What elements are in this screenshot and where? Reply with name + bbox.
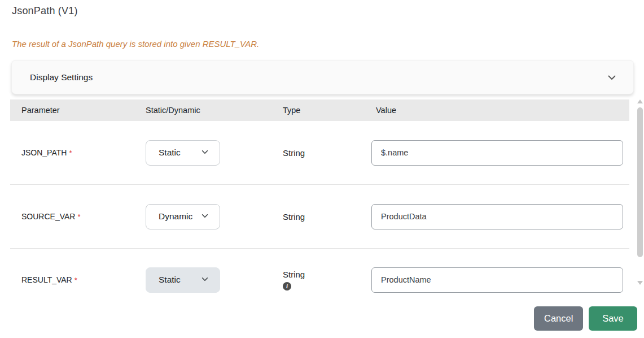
select-value: Static <box>159 275 181 285</box>
required-asterisk: * <box>75 276 77 284</box>
scrollbar-thumb[interactable] <box>637 107 643 257</box>
table-header-row: Parameter Static/Dynamic Type Value <box>10 99 629 121</box>
value-input-json-path[interactable] <box>371 140 623 166</box>
select-value: Static <box>159 148 181 158</box>
parameter-label-source-var: SOURCE_VAR* <box>10 212 146 221</box>
table-row: RESULT_VAR* Static String i <box>10 249 629 311</box>
type-label: String <box>273 212 366 222</box>
display-settings-panel-header[interactable]: Display Settings <box>11 60 634 94</box>
value-input-result-var[interactable] <box>371 267 623 293</box>
chevron-down-icon <box>201 275 210 284</box>
parameter-label-result-var: RESULT_VAR* <box>10 275 146 284</box>
table-row: SOURCE_VAR* Dynamic String <box>10 185 629 249</box>
footer-actions: Cancel Save <box>534 306 637 331</box>
required-asterisk: * <box>69 149 72 157</box>
page-title: JsonPath (V1) <box>12 5 78 17</box>
type-label: String <box>273 148 366 158</box>
chevron-down-icon <box>201 212 210 221</box>
parameter-label-json-path: JSON_PATH* <box>10 148 146 157</box>
column-header-static-dynamic: Static/Dynamic <box>146 106 273 115</box>
scrollbar-down-arrow-icon[interactable] <box>637 281 643 285</box>
scrollbar-up-arrow-icon[interactable] <box>637 99 643 103</box>
type-label: String <box>283 270 305 279</box>
info-icon[interactable]: i <box>283 282 291 291</box>
chevron-down-icon <box>201 148 210 157</box>
chevron-down-icon[interactable] <box>607 73 616 82</box>
display-settings-label: Display Settings <box>30 72 93 83</box>
column-header-parameter: Parameter <box>10 106 146 115</box>
scrollbar[interactable] <box>637 98 643 286</box>
required-asterisk: * <box>77 213 80 221</box>
static-dynamic-select-source-var[interactable]: Dynamic <box>146 204 220 229</box>
parameters-table: Parameter Static/Dynamic Type Value JSON… <box>10 99 629 311</box>
column-header-type: Type <box>273 106 366 115</box>
cancel-button[interactable]: Cancel <box>534 306 583 331</box>
select-value: Dynamic <box>159 211 192 222</box>
static-dynamic-select-result-var[interactable]: Static <box>146 267 220 293</box>
static-dynamic-select-json-path[interactable]: Static <box>146 140 220 166</box>
column-header-value: Value <box>366 106 629 115</box>
value-input-source-var[interactable] <box>371 204 623 229</box>
table-row: JSON_PATH* Static String <box>10 121 629 185</box>
component-description: The result of a JsonPath query is stored… <box>12 39 259 49</box>
save-button[interactable]: Save <box>589 306 637 331</box>
